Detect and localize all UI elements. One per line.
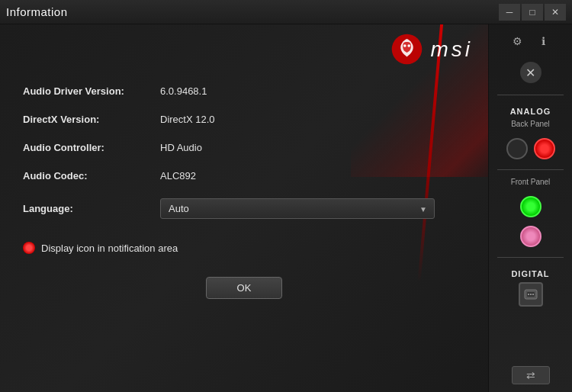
ok-btn-container: OK: [23, 277, 465, 299]
title-bar: Information ─ □ ✕: [0, 0, 572, 24]
back-panel-ports: [506, 138, 555, 159]
notification-icon: [23, 242, 35, 254]
bottom-btn-icon: ⇄: [526, 369, 535, 381]
main-container: msi Audio Driver Version: 6.0.9468.1 Dir…: [0, 24, 572, 392]
title-bar-left: Information: [6, 5, 68, 18]
left-panel: msi Audio Driver Version: 6.0.9468.1 Dir…: [0, 24, 488, 392]
digital-port-svg: [523, 287, 538, 302]
language-dropdown[interactable]: Auto English Chinese Japanese Korean Ger…: [160, 198, 435, 219]
language-label: Language:: [23, 203, 160, 214]
maximize-button[interactable]: □: [522, 4, 543, 21]
directx-row: DirectX Version: DirectX 12.0: [23, 114, 465, 125]
info-section: Audio Driver Version: 6.0.9468.1 DirectX…: [23, 85, 465, 299]
right-sidebar: ⚙ ℹ ✕ ANALOG Back Panel Front Panel DIGI…: [488, 24, 572, 392]
audio-codec-row: Audio Codec: ALC892: [23, 170, 465, 182]
ok-button[interactable]: OK: [206, 277, 283, 299]
msi-logo-area: msi: [390, 32, 473, 66]
digital-label: DIGITAL: [511, 269, 549, 278]
front-port-green[interactable]: [520, 196, 541, 217]
back-panel-label: Back Panel: [511, 120, 550, 128]
svg-point-1: [403, 44, 407, 47]
back-port-1[interactable]: [506, 138, 528, 159]
notification-area-row: Display icon in notification area: [23, 242, 465, 254]
analog-label: ANALOG: [510, 107, 551, 116]
info-icon[interactable]: ℹ: [535, 32, 553, 50]
front-panel-label: Front Panel: [511, 178, 551, 186]
sidebar-bottom-button[interactable]: ⇄: [512, 366, 550, 384]
front-panel-ports: [520, 196, 541, 217]
directx-value: DirectX 12.0: [160, 114, 215, 125]
divider-2: [497, 169, 564, 170]
divider-1: [497, 95, 564, 95]
back-port-2[interactable]: [534, 138, 555, 159]
audio-codec-value: ALC892: [160, 170, 196, 182]
audio-controller-row: Audio Controller: HD Audio: [23, 142, 465, 153]
msi-dragon-icon: [390, 32, 424, 66]
audio-codec-label: Audio Codec:: [23, 170, 160, 182]
audio-driver-label: Audio Driver Version:: [23, 85, 160, 97]
digital-output-icon[interactable]: [519, 282, 543, 307]
svg-point-2: [408, 44, 411, 47]
divider-3: [497, 257, 564, 258]
audio-controller-label: Audio Controller:: [23, 142, 160, 153]
audio-controller-value: HD Audio: [160, 142, 202, 153]
notification-text: Display icon in notification area: [41, 243, 178, 254]
language-select-wrapper: Auto English Chinese Japanese Korean Ger…: [160, 198, 435, 219]
close-button[interactable]: ✕: [545, 4, 566, 21]
minimize-button[interactable]: ─: [499, 4, 520, 21]
front-panel-ports-2: [520, 226, 541, 247]
title-bar-controls: ─ □ ✕: [499, 4, 566, 21]
msi-brand-text: msi: [430, 37, 473, 62]
audio-driver-row: Audio Driver Version: 6.0.9468.1: [23, 85, 465, 97]
audio-driver-value: 6.0.9468.1: [160, 85, 207, 97]
settings-icon[interactable]: ⚙: [509, 32, 527, 50]
directx-label: DirectX Version:: [23, 114, 160, 125]
sidebar-top-icons: ⚙ ℹ: [509, 32, 553, 50]
language-row: Language: Auto English Chinese Japanese …: [23, 198, 465, 219]
sidebar-close-button[interactable]: ✕: [520, 62, 541, 83]
window-title: Information: [6, 5, 68, 18]
front-port-pink[interactable]: [520, 226, 541, 247]
